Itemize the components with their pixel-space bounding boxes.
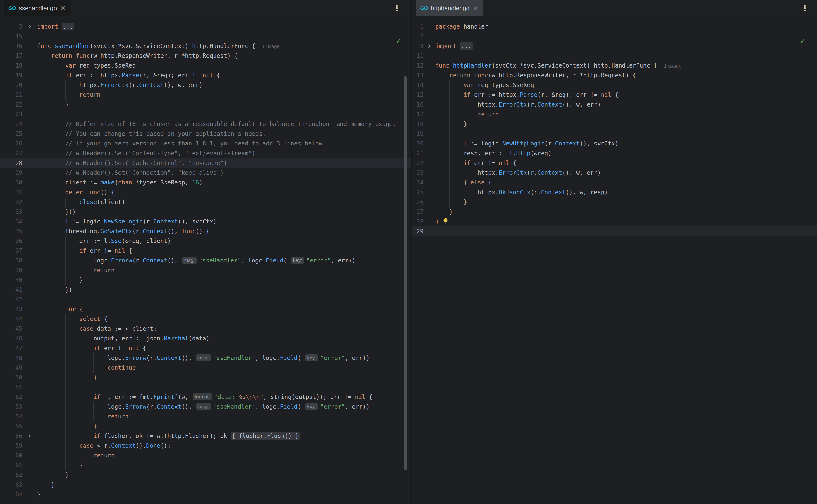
code-line[interactable]: 43for { — [0, 304, 411, 314]
code-line[interactable]: 59case <-r.Context().Done(): — [0, 441, 411, 451]
line-number[interactable]: 34 — [0, 217, 22, 226]
code-line[interactable]: 17return — [412, 109, 817, 119]
code-line[interactable]: 54return — [0, 412, 411, 421]
line-number[interactable]: 44 — [0, 314, 22, 324]
line-number[interactable]: 62 — [0, 470, 22, 480]
code-line[interactable]: 34l := logic.NewSseLogic(r.Context(), sv… — [0, 217, 411, 226]
line-number[interactable]: 29 — [0, 168, 22, 178]
line-number[interactable]: 25 — [0, 129, 22, 139]
code-line[interactable]: 64} — [0, 490, 411, 499]
line-number[interactable]: 12 — [412, 61, 424, 70]
code-line[interactable]: 33}() — [0, 207, 411, 217]
line-number[interactable]: 1 — [412, 22, 424, 31]
code-line[interactable]: 19 — [412, 129, 817, 139]
line-number[interactable]: 14 — [412, 80, 424, 90]
line-number[interactable]: 22 — [0, 100, 22, 109]
kebab-menu-icon[interactable]: ⋮ — [393, 3, 401, 13]
code-line[interactable]: 30client := make(chan *types.SseResp, 16… — [0, 178, 411, 187]
code-line[interactable]: 61} — [0, 460, 411, 470]
code-line[interactable]: 21return — [0, 90, 411, 100]
code-line[interactable]: 63} — [0, 480, 411, 490]
intention-bulb-icon[interactable] — [442, 218, 449, 227]
line-number[interactable]: 3 — [412, 41, 424, 51]
line-number[interactable]: 16 — [0, 41, 22, 51]
code-line[interactable]: 20httpx.ErrorCtx(r.Context(), w, err) — [0, 80, 411, 90]
code-line[interactable]: 1package handler — [412, 22, 817, 31]
line-number[interactable]: 54 — [0, 412, 22, 421]
line-number[interactable]: 29 — [412, 226, 424, 236]
code-line[interactable]: 51 — [0, 382, 411, 392]
line-number[interactable]: 30 — [0, 178, 22, 187]
line-number[interactable]: 18 — [0, 61, 22, 70]
code-line[interactable]: 44select { — [0, 314, 411, 324]
line-number[interactable]: 31 — [0, 187, 22, 197]
code-line[interactable]: 28// w.Header().Set("Cache-Control", "no… — [0, 158, 411, 168]
line-number[interactable]: 17 — [0, 51, 22, 61]
line-number[interactable]: 61 — [0, 460, 22, 470]
code-line[interactable]: 24// Buffer size of 16 is chosen as a re… — [0, 119, 411, 129]
code-line[interactable]: 29// w.Header().Set("Connection", "keep-… — [0, 168, 411, 178]
line-number[interactable]: 20 — [412, 139, 424, 148]
code-line[interactable]: 2 — [412, 31, 817, 41]
code-line[interactable]: 46output, err := json.Marshal(data) — [0, 334, 411, 343]
line-number[interactable]: 24 — [412, 178, 424, 187]
line-number[interactable]: 24 — [0, 119, 22, 129]
code-line[interactable]: 52if _, err := fmt.Fprintf(w, format:"da… — [0, 392, 411, 402]
line-number[interactable]: 15 — [0, 31, 22, 41]
line-number[interactable]: 38 — [0, 256, 22, 265]
line-number[interactable]: 20 — [0, 80, 22, 90]
tab-httphandler[interactable]: GO httphandler.go × — [416, 0, 483, 16]
line-number[interactable]: 41 — [0, 285, 22, 295]
code-line[interactable]: 37if err != nil { — [0, 246, 411, 256]
line-number[interactable]: 52 — [0, 392, 22, 402]
code-line[interactable]: 3import ... — [0, 22, 411, 31]
code-line[interactable]: 14var req types.SseReq — [412, 80, 817, 90]
inspections-ok-icon[interactable]: ✓ — [800, 37, 806, 45]
code-line[interactable]: 21resp, err := l.Http(&req) — [412, 148, 817, 158]
code-line[interactable]: 25httpx.OkJsonCtx(r.Context(), w, resp) — [412, 187, 817, 197]
code-line[interactable]: 11 — [412, 51, 817, 61]
line-number[interactable]: 25 — [412, 187, 424, 197]
code-line[interactable]: 13return func(w http.ResponseWriter, r *… — [412, 70, 817, 80]
code-line[interactable]: 28} — [412, 217, 817, 226]
line-number[interactable]: 11 — [412, 51, 424, 61]
code-line[interactable]: 40} — [0, 275, 411, 285]
code-line[interactable]: 31defer func() { — [0, 187, 411, 197]
code-line[interactable]: 16func sseHandler(svcCtx *svc.ServiceCon… — [0, 41, 411, 51]
line-number[interactable]: 16 — [412, 100, 424, 109]
code-line[interactable]: 20l := logic.NewHttpLogic(r.Context(), s… — [412, 139, 817, 148]
code-line[interactable]: 47if err != nil { — [0, 343, 411, 353]
line-number[interactable]: 23 — [0, 109, 22, 119]
tab-ssehandler[interactable]: GO ssehandler.go × — [4, 0, 71, 16]
code-line[interactable]: 3import ... — [412, 41, 817, 51]
code-line[interactable]: 48logc.Errorw(r.Context(), msg:"sseHandl… — [0, 353, 411, 363]
code-line[interactable]: 22} — [0, 100, 411, 109]
code-line[interactable]: 22if err != nil { — [412, 158, 817, 168]
line-number[interactable]: 56 — [0, 431, 22, 441]
code-line[interactable]: 62} — [0, 470, 411, 480]
line-number[interactable]: 26 — [412, 197, 424, 207]
line-number[interactable]: 19 — [0, 70, 22, 80]
fold-arrow-icon[interactable] — [22, 431, 37, 441]
code-line[interactable]: 15 — [0, 31, 411, 41]
code-line[interactable]: 18var req types.SseReq — [0, 61, 411, 70]
line-number[interactable]: 47 — [0, 343, 22, 353]
line-number[interactable]: 37 — [0, 246, 22, 256]
code-line[interactable]: 56if flusher, ok := w.(http.Flusher); ok… — [0, 431, 411, 441]
line-number[interactable]: 27 — [0, 148, 22, 158]
code-line[interactable]: 38logc.Errorw(r.Context(), msg:"sseHandl… — [0, 256, 411, 265]
editor-left[interactable]: 3import ...1516func sseHandler(svcCtx *s… — [0, 16, 411, 504]
code-line[interactable]: 18} — [412, 119, 817, 129]
code-line[interactable]: 29 — [412, 226, 817, 236]
code-line[interactable]: 24} else { — [412, 178, 817, 187]
code-line[interactable]: 50} — [0, 373, 411, 382]
code-line[interactable]: 17return func(w http.ResponseWriter, r *… — [0, 51, 411, 61]
line-number[interactable]: 3 — [0, 22, 22, 31]
line-number[interactable]: 39 — [0, 265, 22, 275]
code-line[interactable]: 27// w.Header().Set("Content-Type", "tex… — [0, 148, 411, 158]
line-number[interactable]: 59 — [0, 441, 22, 451]
code-line[interactable]: 19if err := httpx.Parse(r, &req); err !=… — [0, 70, 411, 80]
line-number[interactable]: 49 — [0, 363, 22, 373]
code-line[interactable]: 53logc.Errorw(r.Context(), msg:"sseHandl… — [0, 402, 411, 412]
code-line[interactable]: 12func httpHandler(svcCtx *svc.ServiceCo… — [412, 61, 817, 70]
